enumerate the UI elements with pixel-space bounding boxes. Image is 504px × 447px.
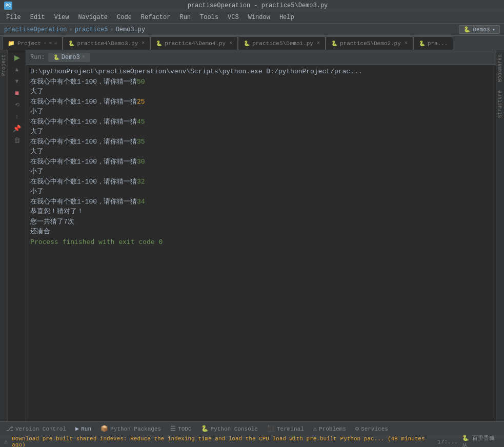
menu-item-view[interactable]: View — [50, 13, 73, 22]
console-line-6: 大了 — [30, 127, 492, 137]
bottom-tab-services[interactable]: ⚙Services — [351, 424, 392, 434]
breadcrumb-practise[interactable]: practiseOperation — [4, 26, 67, 33]
tab-demo3-py4[interactable]: 🐍 practice4\Demo3.py × — [63, 36, 150, 50]
console-line-18: Process finished with exit code 0 — [30, 237, 492, 247]
run-config-label: Demo3 — [473, 27, 490, 33]
menu-item-code[interactable]: Code — [113, 13, 136, 22]
bottom-tab-python-console[interactable]: 🐍Python Console — [197, 424, 262, 434]
run-wrap-button[interactable]: ⟲ — [12, 99, 22, 110]
console-line-10: 小了 — [30, 167, 492, 177]
run-pin-button[interactable]: 📌 — [12, 123, 22, 133]
run-sort-button[interactable]: ↕ — [12, 111, 22, 121]
run-up-button[interactable]: ▲ — [12, 64, 22, 74]
console-line-0: D:\pythonProject\practiseOperation\venv\… — [30, 67, 492, 77]
console-line-4: 小了 — [30, 107, 492, 117]
menu-bar: FileEditViewNavigateCodeRefactorRunTools… — [0, 11, 504, 24]
menu-item-file[interactable]: File — [2, 13, 25, 22]
console-line-5: 在我心中有个数1-100，请你猜一猜45 — [30, 117, 492, 127]
console-line-1: 在我心中有个数1-100，请你猜一猜50 — [30, 77, 492, 87]
vertical-labels: Project — [0, 50, 8, 421]
breadcrumb-current-file: Demo3.py — [116, 26, 146, 33]
menu-item-vcs[interactable]: VCS — [224, 13, 243, 22]
run-trash-button[interactable]: 🗑 — [12, 135, 22, 145]
run-config-button[interactable]: 🐍 Demo3 ▾ — [459, 25, 500, 34]
status-time: 17:... — [437, 439, 458, 445]
bottom-tab-python-packages[interactable]: 📦Python Packages — [96, 424, 165, 434]
menu-item-tools[interactable]: Tools — [196, 13, 223, 22]
console-line-14: 恭喜您！猜对了！ — [30, 207, 492, 217]
app-icon: PC — [4, 2, 12, 10]
title-bar: PC practiseOperation - practice5\Demo3.p… — [0, 0, 504, 11]
run-tab-label: Demo3 — [62, 54, 80, 61]
right-panel-labels: Bookmarks Structure — [496, 50, 504, 421]
console-line-9: 在我心中有个数1-100，请你猜一猜30 — [30, 157, 492, 167]
bookmarks-label[interactable]: Bookmarks — [496, 50, 504, 86]
console-line-3: 在我心中有个数1-100，请你猜一猜25 — [30, 97, 492, 107]
bottom-tab-todo[interactable]: ☰TODO — [166, 424, 195, 434]
console-line-16: 还凑合 — [30, 227, 492, 237]
run-area: Run: 🐍 Demo3 × D:\pythonProject\practise… — [26, 50, 496, 421]
console-line-13: 在我心中有个数1-100，请你猜一猜34 — [30, 197, 492, 207]
run-stop-button[interactable]: ■ — [12, 88, 22, 98]
menu-item-help[interactable]: Help — [275, 13, 298, 22]
console-line-12: 小了 — [30, 187, 492, 197]
structure-label[interactable]: Structure — [496, 86, 504, 122]
console-line-15: 您一共猜了7次 — [30, 217, 492, 227]
menu-item-window[interactable]: Window — [244, 13, 274, 22]
run-demo3-tab[interactable]: 🐍 Demo3 × — [48, 53, 90, 62]
console-line-7: 在我心中有个数1-100，请你猜一猜35 — [30, 137, 492, 147]
bottom-tab-version-control[interactable]: ⎇Version Control — [2, 424, 70, 434]
bottom-toolbar: ⎇Version Control▶Run📦Python Packages☰TOD… — [0, 421, 504, 436]
main-layout: Project ▶ ▲ ▼ ■ ⟲ ↕ 📌 🗑 Run: 🐍 Demo3 × D… — [0, 50, 504, 421]
menu-item-edit[interactable]: Edit — [26, 13, 49, 22]
run-down-button[interactable]: ▼ — [12, 76, 22, 86]
console-output[interactable]: D:\pythonProject\practiseOperation\venv\… — [26, 65, 496, 421]
project-panel-label[interactable]: Project — [0, 50, 8, 80]
menu-item-navigate[interactable]: Navigate — [74, 13, 112, 22]
console-line-2: 大了 — [30, 87, 492, 97]
breadcrumb-bar: practiseOperation › practice5 › Demo3.py… — [0, 24, 504, 36]
run-play-button[interactable]: ▶ — [12, 52, 22, 63]
run-label: Run: — [30, 54, 45, 61]
run-header: Run: 🐍 Demo3 × — [26, 50, 496, 65]
tab-demo1-py5[interactable]: 🐍 practice5\Demo1.py × — [238, 36, 326, 50]
menu-item-run[interactable]: Run — [175, 13, 195, 22]
tab-demo2-py5[interactable]: 🐍 practice5\Demo2.py × — [326, 36, 413, 50]
menu-item-refactor[interactable]: Refactor — [137, 13, 175, 22]
tab-pra[interactable]: 🐍 pra... — [413, 36, 454, 50]
console-line-8: 大了 — [30, 147, 492, 157]
status-bar: ⚠ Download pre-built shared indexes: Red… — [0, 436, 504, 447]
console-line-11: 在我心中有个数1-100，请你猜一猜32 — [30, 177, 492, 187]
bottom-tab-run[interactable]: ▶Run — [71, 424, 95, 434]
tab-demo4-py4[interactable]: 🐍 practice4\Demo4.py × — [150, 36, 238, 50]
tab-project[interactable]: 📁 Project ▾ ≡ ⇌ — [2, 36, 63, 50]
run-sidebar: ▶ ▲ ▼ ■ ⟲ ↕ 📌 🗑 — [8, 50, 26, 421]
breadcrumb-practice5[interactable]: practice5 — [75, 26, 108, 33]
status-warning-text: Download pre-built shared indexes: Reduc… — [12, 436, 433, 448]
window-title: practiseOperation - practice5\Demo3.py — [15, 2, 500, 9]
bottom-tab-terminal[interactable]: ⬛Terminal — [263, 424, 308, 434]
bottom-tab-problems[interactable]: ⚠Problems — [309, 424, 350, 434]
tab-bar: 📁 Project ▾ ≡ ⇌ 🐍 practice4\Demo3.py × 🐍… — [0, 36, 504, 50]
